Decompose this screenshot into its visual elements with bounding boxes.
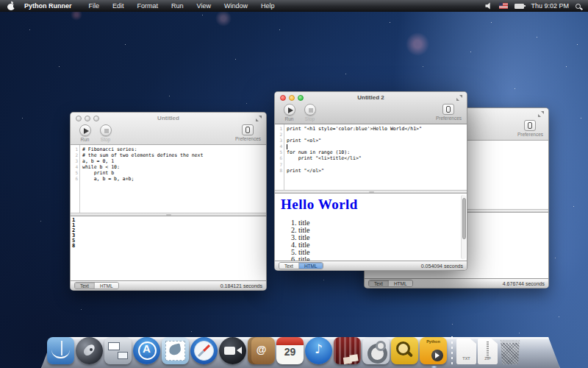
close-button[interactable] bbox=[280, 95, 286, 101]
menu-view[interactable]: View bbox=[190, 2, 218, 10]
output-mode-segmented-control: Text HTML bbox=[74, 282, 119, 289]
system-preferences-icon[interactable] bbox=[362, 337, 390, 364]
window1-toolbar: Run Stop Preferences bbox=[71, 124, 266, 144]
trash-icon[interactable] bbox=[499, 340, 521, 364]
html-tab[interactable]: HTML bbox=[95, 283, 118, 289]
itunes-icon[interactable] bbox=[305, 337, 332, 364]
volume-icon[interactable] bbox=[485, 2, 492, 10]
close-button[interactable] bbox=[76, 116, 82, 121]
python-runner-icon[interactable]: Python bbox=[420, 337, 447, 364]
battery-icon[interactable] bbox=[514, 4, 524, 9]
app-menu-title[interactable]: Python Runner bbox=[24, 2, 72, 10]
menu-bar: Python Runner File Edit Format Run View … bbox=[0, 0, 588, 12]
run-time-label: 4.676744 seconds bbox=[503, 281, 545, 286]
window2-chrome: Untitled 2 Run Stop Preferences bbox=[275, 92, 467, 124]
window-untitled[interactable]: Untitled Run Stop Preferences bbox=[70, 112, 267, 291]
stop-icon bbox=[304, 104, 316, 116]
list-item: title bbox=[298, 249, 461, 256]
line-number-gutter: 123 456 bbox=[71, 145, 80, 213]
menu-edit[interactable]: Edit bbox=[106, 2, 131, 10]
window2-output[interactable]: Hello World title title title title titl… bbox=[275, 194, 467, 261]
scrollbar-thumb[interactable] bbox=[462, 198, 466, 239]
photo-booth-icon[interactable] bbox=[334, 337, 361, 364]
window-untitled-2[interactable]: Untitled 2 Run Stop Preferences bbox=[274, 91, 467, 271]
code-lines: # Fibonacci series:# the sum of two elem… bbox=[80, 145, 266, 213]
mail-icon[interactable] bbox=[162, 337, 189, 364]
preferences-button[interactable]: Preferences bbox=[235, 124, 261, 141]
window1-statusbar: Text HTML 0.184121 seconds bbox=[71, 280, 266, 290]
dock: 29 Python TXT ZIP bbox=[0, 330, 588, 368]
menu-run[interactable]: Run bbox=[165, 2, 190, 10]
play-badge-icon bbox=[435, 353, 440, 358]
fullscreen-icon[interactable] bbox=[456, 95, 462, 101]
window2-code-editor[interactable]: 123 456 78 print "<h1 style='color:blue'… bbox=[275, 124, 467, 190]
output-ordered-list: title title title title title title bbox=[298, 219, 461, 261]
scrollbar[interactable] bbox=[461, 195, 466, 260]
spotlight-icon[interactable] bbox=[576, 4, 581, 9]
list-item: title bbox=[298, 241, 461, 249]
minimize-button[interactable] bbox=[289, 95, 295, 101]
safari-icon[interactable] bbox=[190, 337, 218, 364]
facetime-icon[interactable] bbox=[219, 337, 246, 364]
line-number-gutter: 123 456 78 bbox=[275, 124, 284, 190]
window1-code-editor[interactable]: 123 456 # Fibonacci series:# the sum of … bbox=[71, 145, 266, 213]
mission-control-icon[interactable] bbox=[104, 337, 132, 364]
run-time-label: 0.184121 seconds bbox=[220, 283, 262, 289]
app-store-icon[interactable] bbox=[133, 337, 160, 364]
preferences-icon bbox=[245, 127, 250, 133]
zip-document-icon[interactable]: ZIP bbox=[478, 339, 498, 364]
menu-file[interactable]: File bbox=[82, 2, 107, 10]
list-item: title bbox=[298, 256, 461, 261]
window2-statusbar: Text HTML 0.054094 seconds bbox=[275, 261, 467, 270]
preferences-button[interactable]: Preferences bbox=[517, 120, 543, 137]
magnifier-utility-icon[interactable] bbox=[391, 337, 418, 364]
menu-status-area: Thu 9:02 PM bbox=[485, 2, 588, 10]
html-tab[interactable]: HTML bbox=[389, 280, 412, 286]
preferences-icon bbox=[528, 122, 532, 129]
apple-menu-icon[interactable] bbox=[7, 2, 15, 10]
window1-output[interactable]: 1 1 2 3 5 8 bbox=[71, 216, 266, 281]
dock-icons: 29 Python TXT ZIP bbox=[47, 335, 521, 364]
window1-titlebar[interactable]: Untitled bbox=[71, 113, 266, 124]
fullscreen-icon[interactable] bbox=[256, 116, 262, 121]
window2-titlebar[interactable]: Untitled 2 bbox=[275, 92, 467, 103]
output-mode-segmented-control: Text HTML bbox=[279, 262, 323, 269]
list-item: title bbox=[298, 227, 461, 234]
finder-icon[interactable] bbox=[47, 337, 74, 364]
window1-chrome: Untitled Run Stop Preferences bbox=[71, 113, 266, 145]
text-tab[interactable]: Text bbox=[75, 283, 95, 289]
text-tab[interactable]: Text bbox=[279, 263, 299, 269]
address-book-icon[interactable] bbox=[248, 337, 275, 364]
run-button[interactable]: Run bbox=[76, 124, 94, 142]
zoom-button[interactable] bbox=[93, 116, 99, 121]
fullscreen-icon[interactable] bbox=[538, 111, 544, 117]
stop-icon bbox=[100, 124, 112, 136]
launchpad-icon[interactable] bbox=[76, 337, 103, 364]
preferences-button[interactable]: Preferences bbox=[436, 104, 462, 121]
stop-button[interactable]: Stop bbox=[301, 104, 319, 121]
menu-clock[interactable]: Thu 9:02 PM bbox=[531, 2, 569, 10]
code-lines: print "<h1 style='color:blue'>Hello Worl… bbox=[284, 124, 467, 190]
run-time-label: 0.054094 seconds bbox=[421, 263, 463, 269]
zoom-button[interactable] bbox=[298, 95, 304, 101]
list-item: title bbox=[298, 219, 461, 227]
minimize-button[interactable] bbox=[85, 116, 90, 121]
html-tab[interactable]: HTML bbox=[299, 263, 323, 269]
stop-button[interactable]: Stop bbox=[96, 124, 115, 142]
menu-format[interactable]: Format bbox=[131, 2, 165, 10]
list-item: title bbox=[298, 234, 461, 241]
menu-help[interactable]: Help bbox=[254, 2, 282, 10]
traffic-lights bbox=[280, 95, 304, 101]
window2-toolbar: Run Stop Preferences bbox=[275, 103, 467, 124]
txt-document-icon[interactable]: TXT bbox=[456, 339, 476, 364]
menu-window[interactable]: Window bbox=[218, 2, 254, 10]
text-tab[interactable]: Text bbox=[369, 280, 389, 286]
input-language-flag-icon[interactable] bbox=[499, 3, 508, 9]
run-button[interactable]: Run bbox=[280, 104, 298, 121]
window-title: Untitled bbox=[157, 115, 179, 121]
traffic-lights bbox=[76, 116, 99, 121]
calendar-icon[interactable]: 29 bbox=[276, 337, 304, 364]
text-cursor bbox=[287, 144, 287, 149]
dock-separator bbox=[448, 335, 455, 364]
desktop: Python Runner File Edit Format Run View … bbox=[0, 0, 588, 368]
